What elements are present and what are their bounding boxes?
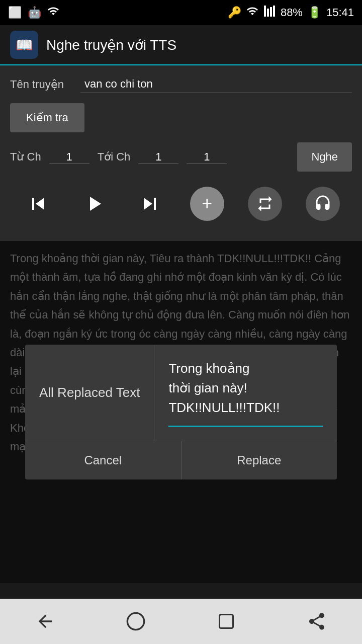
- from-ch-label: Từ Ch: [10, 150, 41, 164]
- share-nav-button[interactable]: [302, 606, 332, 636]
- dialog-buttons: Cancel Replace: [25, 441, 337, 479]
- dialog-message: Trong khoảngthời gian này!TDK!!NULL!!!TD…: [168, 359, 323, 418]
- app-bar: 📖 Nghe truyện với TTS: [0, 25, 362, 65]
- clock: 15:41: [326, 6, 354, 19]
- skip-back-button[interactable]: [22, 188, 54, 220]
- play-button[interactable]: [78, 188, 110, 220]
- dialog-underline: [168, 426, 323, 427]
- replace-button[interactable]: Replace: [182, 441, 337, 479]
- app-icon: 📖: [10, 31, 38, 59]
- status-right-info: 🔑 88% 🔋 15:41: [228, 5, 354, 20]
- home-nav-button[interactable]: [121, 606, 151, 636]
- headphones-button[interactable]: [306, 187, 340, 221]
- battery-icon: 🔋: [308, 6, 321, 19]
- media-controls: +: [10, 182, 352, 231]
- recent-nav-button[interactable]: [211, 606, 241, 636]
- story-name-row: Tên truyện: [10, 75, 352, 93]
- main-content: Tên truyện Kiểm tra Từ Ch Tới Ch Nghe: [0, 65, 362, 241]
- bottom-nav: [0, 599, 362, 644]
- plus-icon: +: [202, 193, 212, 214]
- signal-bars-icon: [263, 5, 276, 20]
- kiem-tra-button[interactable]: Kiểm tra: [10, 103, 84, 132]
- nghe-button[interactable]: Nghe: [297, 142, 352, 172]
- repeat-button[interactable]: [248, 187, 282, 221]
- all-replaced-text-label: All Replaced Text: [39, 382, 140, 404]
- story-name-label: Tên truyện: [10, 78, 80, 91]
- dialog-body: All Replaced Text Trong khoảngthời gian …: [25, 345, 337, 441]
- dialog-overlay: All Replaced Text Trong khoảngthời gian …: [0, 241, 362, 583]
- image-icon: ⬜: [8, 6, 22, 19]
- story-area: Trong khoảng thời gian này, Tiêu ra thàn…: [0, 241, 362, 583]
- status-bar: ⬜ 🤖 🔑 88% 🔋 15:41: [0, 0, 362, 25]
- app-title: Nghe truyện với TTS: [46, 37, 176, 53]
- add-button[interactable]: +: [190, 187, 224, 221]
- story-name-input[interactable]: [80, 75, 352, 93]
- chapter-number-input[interactable]: [187, 150, 227, 164]
- status-left-icons: ⬜ 🤖: [8, 5, 59, 20]
- back-nav-button[interactable]: [30, 606, 60, 636]
- wifi-icon: [47, 5, 59, 20]
- skip-forward-button[interactable]: [134, 188, 166, 220]
- replace-dialog: All Replaced Text Trong khoảngthời gian …: [25, 345, 337, 479]
- dialog-left-panel: All Replaced Text: [25, 345, 154, 441]
- android-icon: 🤖: [28, 6, 41, 19]
- dialog-right-panel: Trong khoảngthời gian này!TDK!!NULL!!!TD…: [154, 345, 337, 441]
- book-icon: 📖: [16, 37, 33, 53]
- to-ch-input[interactable]: [138, 150, 178, 164]
- from-ch-input[interactable]: [49, 150, 89, 164]
- signal-wifi-icon: [246, 5, 258, 20]
- battery-percent: 88%: [281, 6, 303, 19]
- chapter-row: Từ Ch Tới Ch Nghe: [10, 142, 352, 172]
- key-icon: 🔑: [228, 6, 241, 19]
- cancel-button[interactable]: Cancel: [25, 441, 182, 479]
- to-ch-label: Tới Ch: [98, 150, 131, 164]
- svg-rect-1: [220, 615, 233, 628]
- svg-point-0: [127, 613, 144, 629]
